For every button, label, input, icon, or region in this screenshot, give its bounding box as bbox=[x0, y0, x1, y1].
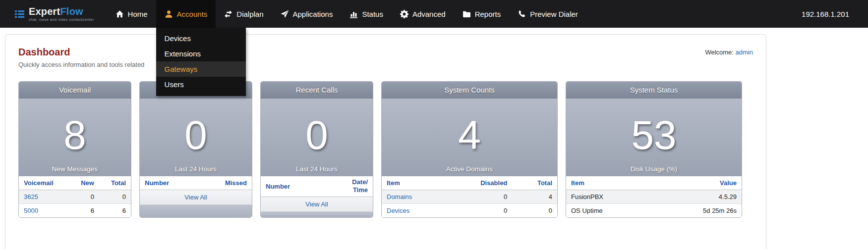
missed-calls-view-all-link[interactable]: View All bbox=[184, 194, 207, 201]
card-voicemail-title: Voicemail bbox=[19, 82, 131, 99]
card-recent-calls-title: Recent Calls bbox=[261, 82, 373, 99]
nav-advanced[interactable]: Advanced bbox=[392, 0, 454, 28]
brand-logo[interactable]: ExpertFlow chat, voice and video contact… bbox=[0, 0, 107, 28]
table-header-row: Voicemail New Total bbox=[19, 176, 131, 190]
table-row: Domains 0 4 bbox=[382, 190, 557, 204]
gear-icon bbox=[400, 10, 408, 18]
brand-name-secondary: Flow bbox=[60, 6, 83, 17]
table-row: FusionPBX 4.5.29 bbox=[566, 190, 742, 204]
accounts-dropdown: Devices Extensions Gateways Users bbox=[156, 28, 246, 96]
brand-icon bbox=[15, 9, 24, 19]
missed-calls-caption: Last 24 Hours bbox=[140, 165, 252, 173]
card-system-status-title: System Status bbox=[566, 82, 742, 99]
send-icon bbox=[281, 10, 289, 18]
card-filler bbox=[261, 212, 373, 218]
top-navbar: ExpertFlow chat, voice and video contact… bbox=[0, 0, 868, 28]
nav-reports[interactable]: Reports bbox=[454, 0, 510, 28]
dropdown-item-users[interactable]: Users bbox=[156, 77, 246, 92]
missed-calls-count: 0 bbox=[184, 115, 207, 160]
brand-name-primary: Expert bbox=[29, 6, 60, 17]
card-filler bbox=[140, 205, 252, 217]
nav-home[interactable]: Home bbox=[107, 0, 156, 28]
nav-applications[interactable]: Applications bbox=[272, 0, 342, 28]
recent-calls-view-all-link[interactable]: View All bbox=[305, 200, 328, 208]
dashboard-cards: Voicemail 8 New Messages Voicemail New T… bbox=[18, 81, 753, 218]
content-panel: Dashboard Quickly access information and… bbox=[5, 34, 766, 249]
card-system-counts: System Counts 4 Active Domains Item Disa… bbox=[381, 81, 558, 218]
voicemail-caption: New Messages bbox=[19, 165, 131, 173]
card-system-status: System Status 53 Disk Usage (%) Item Val… bbox=[566, 81, 742, 218]
dropdown-item-gateways[interactable]: Gateways bbox=[156, 61, 246, 77]
welcome-text: Welcome: admin bbox=[705, 47, 753, 56]
system-counts-count: 4 bbox=[458, 115, 481, 160]
table-row: OS Uptime 5d 25m 26s bbox=[566, 204, 742, 218]
card-voicemail: Voicemail 8 New Messages Voicemail New T… bbox=[18, 81, 131, 218]
voicemail-box-link[interactable]: 3625 bbox=[24, 193, 38, 200]
table-header-row: Item Value bbox=[566, 176, 742, 190]
dropdown-item-devices[interactable]: Devices bbox=[156, 31, 246, 46]
card-system-counts-title: System Counts bbox=[382, 82, 557, 99]
table-row: 5000 6 6 bbox=[19, 204, 131, 218]
nav-preview-dialer[interactable]: Preview Dialer bbox=[509, 0, 586, 28]
server-ip: 192.168.1.201 bbox=[802, 10, 849, 18]
recent-calls-caption: Last 24 Hours bbox=[261, 165, 373, 173]
phone-icon bbox=[518, 10, 526, 18]
table-header-row: Number Missed bbox=[140, 176, 252, 190]
page-subtitle: Quickly access information and tools rel… bbox=[18, 61, 144, 68]
table-header-row: Number Date/ Time bbox=[261, 176, 373, 197]
voicemail-box-link[interactable]: 5000 bbox=[24, 207, 38, 214]
voicemail-count: 8 bbox=[63, 115, 86, 160]
nav-accounts[interactable]: Accounts Devices Extensions Gateways Use… bbox=[156, 0, 216, 28]
folder-icon bbox=[463, 10, 471, 18]
system-counts-devices-link[interactable]: Devices bbox=[387, 207, 409, 214]
table-row: Devices 0 0 bbox=[382, 204, 557, 218]
user-icon bbox=[165, 10, 173, 18]
home-icon bbox=[116, 10, 124, 18]
welcome-user-link[interactable]: admin bbox=[736, 49, 753, 56]
table-row: 3625 0 0 bbox=[19, 190, 131, 204]
page-title: Dashboard bbox=[18, 47, 144, 58]
card-missed-calls: Missed Calls 0 Last 24 Hours Number Miss… bbox=[139, 81, 252, 218]
bar-chart-icon bbox=[349, 10, 358, 18]
brand-tagline: chat, voice and video contactcenter bbox=[29, 17, 94, 22]
main-nav: Home Accounts Devices Extensions Gateway… bbox=[107, 0, 586, 28]
card-recent-calls: Recent Calls 0 Last 24 Hours Number Date… bbox=[260, 81, 373, 218]
table-header-row: Item Disabled Total bbox=[382, 176, 557, 190]
system-counts-domains-link[interactable]: Domains bbox=[387, 193, 412, 200]
nav-dialplan[interactable]: Dialplan bbox=[216, 0, 272, 28]
system-counts-caption: Active Domains bbox=[382, 165, 557, 173]
system-status-caption: Disk Usage (%) bbox=[566, 165, 742, 173]
exchange-arrows-icon bbox=[224, 10, 232, 18]
dropdown-item-extensions[interactable]: Extensions bbox=[156, 46, 246, 61]
recent-calls-count: 0 bbox=[305, 115, 328, 160]
system-status-count: 53 bbox=[631, 115, 676, 160]
nav-status[interactable]: Status bbox=[341, 0, 392, 28]
